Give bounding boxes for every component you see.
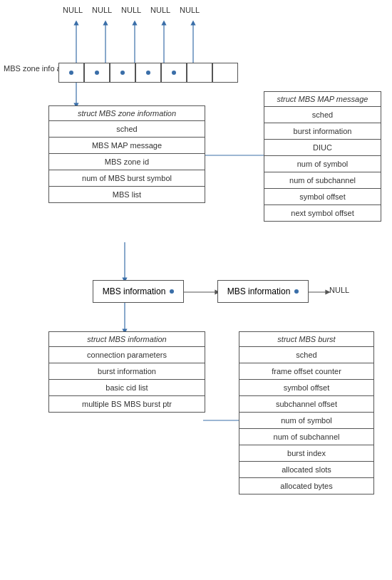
zone-row-map: MBS MAP message	[49, 137, 205, 153]
mbs-info-row-cid: basic cid list	[49, 379, 205, 395]
struct-map-box: struct MBS MAP message sched burst infor…	[264, 91, 381, 222]
map-row-nextsym: next symbol offset	[264, 204, 381, 221]
map-row-diuc: DIUC	[264, 139, 381, 155]
mbs-info-row-conn: connection parameters	[49, 346, 205, 363]
burst-row-numsym: num of symbol	[239, 412, 373, 428]
struct-mbs-info-title: struct MBS information	[49, 332, 205, 346]
array-cell-2	[84, 63, 110, 83]
mbs-info-row-ptr: multiple BS MBS burst ptr	[49, 395, 205, 412]
burst-row-frame: frame offset counter	[239, 363, 373, 379]
map-row-numsym: num of symbol	[264, 155, 381, 172]
map-row-burst: burst information	[264, 123, 381, 139]
map-row-numsub: num of subchannel	[264, 172, 381, 188]
struct-mbs-burst-title: struct MBS burst	[239, 332, 373, 346]
mbs-info-right-box: MBS information	[217, 280, 309, 303]
null-label-2: NULL	[92, 6, 112, 14]
struct-mbs-info-box: struct MBS information connection parame…	[48, 331, 205, 413]
null-label-4: NULL	[150, 6, 170, 14]
array-cell-6	[187, 63, 212, 83]
struct-map-title: struct MBS MAP message	[264, 92, 381, 106]
null-label-5: NULL	[180, 6, 200, 14]
burst-row-slots: allocated slots	[239, 461, 373, 477]
mbs-info-left-box: MBS information	[93, 280, 184, 303]
zone-row-burst-sym: num of MBS burst symbol	[49, 170, 205, 186]
zone-row-zoneid: MBS zone id	[49, 153, 205, 170]
struct-zone-box: struct MBS zone information sched MBS MA…	[48, 105, 205, 203]
burst-row-sched: sched	[239, 346, 373, 363]
null-right-label: NULL	[329, 286, 349, 294]
burst-row-idx: burst index	[239, 445, 373, 461]
map-row-symoff: symbol offset	[264, 188, 381, 204]
array-cell-5	[161, 63, 187, 83]
null-label-3: NULL	[121, 6, 141, 14]
zone-row-mbs-list: MBS list	[49, 186, 205, 202]
diagram: NULL NULL NULL NULL NULL MBS zone info a…	[0, 0, 392, 580]
burst-row-bytes: allocated bytes	[239, 477, 373, 494]
null-label-1: NULL	[63, 6, 83, 14]
struct-zone-title: struct MBS zone information	[49, 106, 205, 120]
mbs-info-left-label: MBS information	[103, 286, 166, 296]
array-cell-4	[135, 63, 161, 83]
mbs-info-row-burst: burst information	[49, 363, 205, 379]
map-row-sched: sched	[264, 106, 381, 123]
burst-row-numsub: num of subchannel	[239, 428, 373, 445]
array-cell-7	[212, 63, 238, 83]
array-cell-3	[110, 63, 135, 83]
burst-row-symoff: symbol offset	[239, 379, 373, 395]
struct-mbs-burst-box: struct MBS burst sched frame offset coun…	[239, 331, 374, 494]
zone-row-sched: sched	[49, 120, 205, 137]
burst-row-suboff: subchannel offset	[239, 395, 373, 412]
mbs-info-right-label: MBS information	[227, 286, 291, 296]
array-cell-1	[58, 63, 84, 83]
